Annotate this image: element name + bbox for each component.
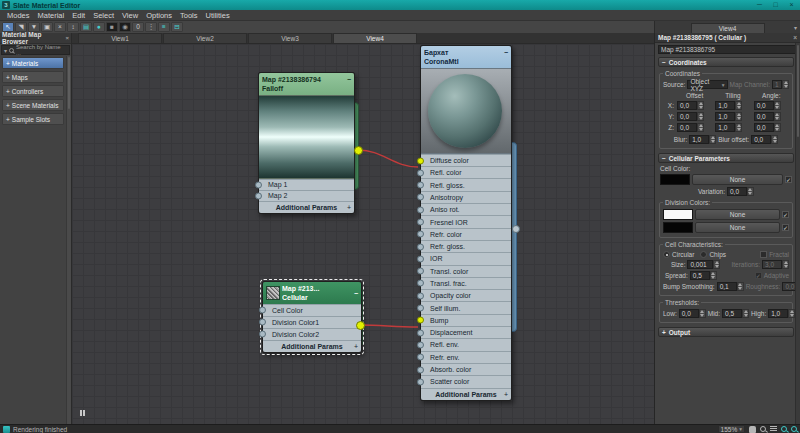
expand-icon[interactable]: + — [6, 74, 10, 81]
rollout-coordinates[interactable]: − Coordinates — [658, 57, 794, 67]
menu-material[interactable]: Material — [34, 11, 69, 20]
z-tiling-spinner[interactable]: 1,0 — [715, 123, 750, 132]
input-socket[interactable] — [259, 331, 266, 338]
input-socket[interactable] — [417, 292, 424, 299]
zoom-region-icon[interactable] — [770, 426, 777, 432]
pan-view-icon[interactable] — [80, 410, 85, 416]
map-channel-spinner[interactable]: 1 — [772, 80, 789, 89]
input-socket[interactable] — [417, 169, 424, 176]
spinner-arrows-icon[interactable] — [735, 112, 742, 121]
falloff-header[interactable]: Map #2138386794Falloff − — [259, 73, 354, 95]
expand-icon[interactable]: + — [662, 329, 666, 336]
sidebar-item-scene-materials[interactable]: + Scene Materials — [2, 99, 64, 111]
minimize-button[interactable]: ─ — [753, 0, 766, 10]
zoom-extents-icon[interactable] — [781, 426, 787, 432]
circular-radio[interactable] — [663, 251, 670, 258]
expand-icon[interactable]: + — [6, 102, 10, 109]
spinner-arrows-icon[interactable] — [697, 123, 704, 132]
slot-opacity-color[interactable]: Opacity color — [421, 289, 511, 301]
parameter-panel-view-tab[interactable]: View4 — [691, 23, 765, 33]
falloff-output-socket[interactable] — [354, 146, 363, 155]
node-canvas[interactable]: Map #2138386794Falloff − Map 1 Map 2 Add… — [72, 44, 654, 424]
x-angle-spinner[interactable]: 0,0 — [754, 101, 789, 110]
x-tiling-spinner[interactable]: 1,0 — [715, 101, 750, 110]
show-end-result-icon[interactable]: ◉ — [119, 22, 131, 32]
slot-self-illum[interactable]: Self illum. — [421, 301, 511, 313]
input-socket[interactable] — [417, 378, 424, 385]
cell-color-map-checkbox[interactable]: ✓ — [785, 176, 792, 183]
menu-edit[interactable]: Edit — [68, 11, 89, 20]
corona-header[interactable]: БархатCoronaMtl − — [421, 46, 511, 68]
slot-aniso-rot[interactable]: Aniso rot. — [421, 203, 511, 215]
menu-options[interactable]: Options — [142, 11, 176, 20]
input-socket[interactable] — [255, 181, 262, 188]
expand-icon[interactable]: + — [6, 60, 10, 67]
parameter-panel-scrollbar[interactable] — [795, 43, 800, 424]
maximize-button[interactable]: □ — [769, 0, 782, 10]
search-input[interactable]: ▾ Search by Name ... — [1, 45, 70, 55]
x-offset-spinner[interactable]: 0,0 — [677, 101, 712, 110]
spinner-arrows-icon[interactable] — [771, 135, 778, 144]
material-name-field[interactable]: Map #2138386795 — [658, 45, 796, 54]
show-background-icon[interactable]: ■ — [106, 22, 118, 32]
menu-tools[interactable]: Tools — [176, 11, 202, 20]
cell-color-map-button[interactable]: None — [692, 174, 783, 185]
corona-additional-params[interactable]: Additional Params+ — [421, 388, 511, 400]
low-spinner[interactable]: 0,0 — [679, 309, 706, 318]
slot-refl-color[interactable]: Refl. color — [421, 166, 511, 178]
menu-view[interactable]: View — [118, 11, 142, 20]
material-id-channel-icon[interactable]: 0 — [132, 22, 144, 32]
division-color2-checkbox[interactable]: ✓ — [782, 224, 789, 231]
cellular-header[interactable]: Map #213...Cellular − — [263, 282, 361, 304]
collapse-icon[interactable]: − — [347, 75, 351, 94]
menu-modes[interactable]: Modes — [3, 11, 34, 20]
menu-utilities[interactable]: Utilities — [202, 11, 234, 20]
slot-fresnel-ior[interactable]: Fresnel IOR — [421, 215, 511, 227]
show-shaded-material-icon[interactable]: ● — [93, 22, 105, 32]
spinner-arrows-icon[interactable] — [737, 282, 744, 291]
spinner-arrows-icon[interactable] — [735, 123, 742, 132]
input-socket[interactable] — [417, 366, 424, 373]
collapse-icon[interactable]: − — [504, 48, 508, 67]
slot-transl-color[interactable]: Transl. color — [421, 265, 511, 277]
expand-icon[interactable]: + — [6, 116, 10, 123]
fractal-checkbox[interactable]: ✓ — [760, 251, 767, 258]
node-corona-mtl[interactable]: БархатCoronaMtl − Diffuse color Refl. co… — [420, 45, 512, 401]
spinner-arrows-icon[interactable] — [747, 187, 754, 196]
panel-close-icon[interactable]: × — [793, 34, 797, 41]
input-socket[interactable] — [259, 319, 266, 326]
input-socket[interactable] — [417, 243, 424, 250]
slot-absorb-color[interactable]: Absorb. color — [421, 363, 511, 375]
sidebar-item-maps[interactable]: + Maps — [2, 71, 64, 83]
slot-diffuse-color[interactable]: Diffuse color — [421, 154, 511, 166]
input-socket[interactable] — [417, 341, 424, 348]
slot-transl-frac[interactable]: Transl. frac. — [421, 277, 511, 289]
panel-dropdown-icon[interactable]: ▾ — [794, 24, 797, 31]
slot-division-color2[interactable]: Division Color2 — [263, 328, 361, 340]
variation-spinner[interactable]: 0,0 — [727, 187, 754, 196]
expand-icon[interactable]: + — [6, 88, 10, 95]
tab-view4[interactable]: View4 — [333, 33, 417, 43]
division-color1-map-button[interactable]: None — [695, 209, 780, 220]
layout-all-vertical-icon[interactable]: ≡ — [158, 22, 170, 32]
adaptive-checkbox[interactable]: ✓ — [755, 272, 762, 279]
expand-icon[interactable]: + — [347, 204, 351, 211]
slot-refr-env[interactable]: Refr. env. — [421, 351, 511, 363]
pan-hand-icon[interactable] — [749, 426, 756, 433]
spinner-arrows-icon[interactable] — [699, 309, 706, 318]
spinner-arrows-icon[interactable] — [774, 101, 781, 110]
tab-view3[interactable]: View3 — [248, 33, 332, 43]
cell-color-swatch[interactable] — [660, 174, 690, 185]
slot-ior[interactable]: IOR — [421, 252, 511, 264]
node-cellular[interactable]: Map #213...Cellular − Cell Color Divisio… — [262, 281, 362, 353]
input-socket[interactable] — [417, 182, 424, 189]
tab-view1[interactable]: View1 — [78, 33, 162, 43]
expand-icon[interactable]: + — [504, 391, 508, 398]
input-socket[interactable] — [417, 354, 424, 361]
slot-map1[interactable]: Map 1 — [259, 179, 354, 190]
rollout-cellular-parameters[interactable]: − Cellular Parameters — [658, 153, 794, 163]
source-dropdown[interactable]: Object XYZ ▾ — [687, 80, 727, 89]
input-socket[interactable] — [417, 206, 424, 213]
input-socket[interactable] — [417, 194, 424, 201]
sidebar-item-controllers[interactable]: + Controllers — [2, 85, 64, 97]
